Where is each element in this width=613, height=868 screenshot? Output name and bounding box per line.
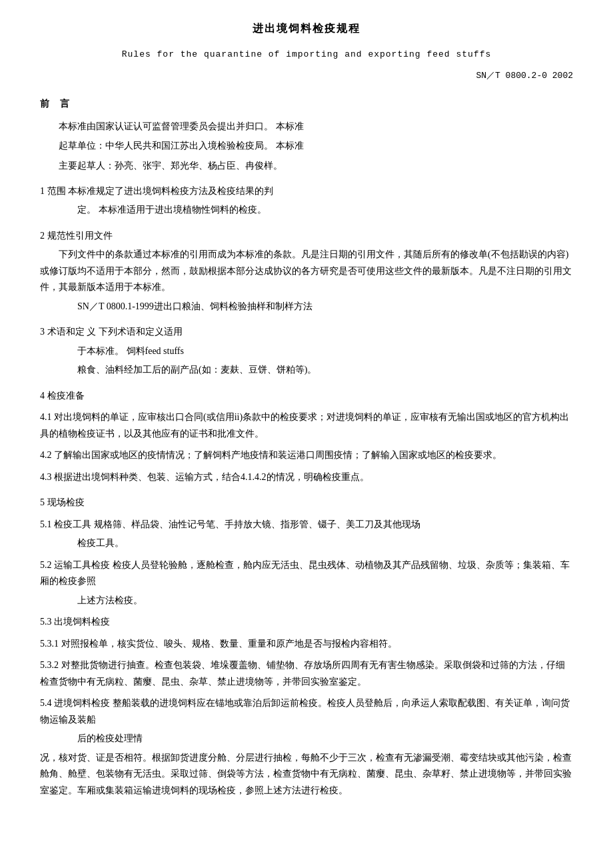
section-51: 5.1 检疫工具 规格筛、样品袋、油性记号笔、手持放大镜、指形管、镊子、美工刀及… [40,517,573,552]
section-54-content1: 后的检疫处理情 [40,731,573,747]
preface-para-1: 本标准由国家认证认可监督管理委员会提出并归口。 本标准 [40,119,573,135]
preface-label: 前 言 [40,97,573,111]
section-3-content1: 于本标准。 饲料feed stuffs [40,343,573,360]
preface-para-2: 起草单位：中华人民共和国江苏出入境检验检疫局。 本标准 [40,138,573,154]
section-3-content2: 粮食、油料经加工后的副产品(如：麦麸、豆饼、饼粕等)。 [40,362,573,379]
section-51-heading: 5.1 检疫工具 规格筛、样品袋、油性记号笔、手持放大镜、指形管、镊子、美工刀及… [40,517,573,533]
section-2-sub: SN／T 0800.1-1999进出口粮油、饲料检验抽样和制样方法 [40,299,573,315]
section-41: 4.1 对出境饲料的单证，应审核出口合同(或信用ii)条款中的检疫要求；对进境饲… [40,409,573,442]
section-53: 5.3 出境饲料检疫 [40,614,573,631]
section-1-content: 定。 本标准适用于进出境植物性饲料的检疫。 [40,202,573,219]
document-container: 进出境饲料检疫规程 Rules for the quarantine of im… [40,20,573,799]
section-52: 5.2 运输工具检疫 检疫人员登轮验舱，逐舱检查，舱内应无活虫、昆虫残体、动植物… [40,557,573,609]
section-531: 5.3.1 对照报检单，核实货位、唆头、规格、数量、重量和原产地是否与报检内容相… [40,636,573,653]
section-54-content2: 况，核对货、证是否相符。根据卸货进度分舱、分层进行抽检，每舱不少于三次，检查有无… [40,750,573,799]
section-532-heading: 5.3.2 对整批货物进行抽查。检查包装袋、堆垛覆盖物、铺垫物、存放场所四周有无… [40,657,573,690]
section-52-heading: 5.2 运输工具检疫 检疫人员登轮验舱，逐舱检查，舱内应无活虫、昆虫残体、动植物… [40,557,573,590]
section-41-heading: 4.1 对出境饲料的单证，应审核出口合同(或信用ii)条款中的检疫要求；对进境饲… [40,409,573,442]
section-51-content: 检疫工具。 [40,535,573,552]
section-5: 5 现场检疫 [40,495,573,511]
preface-section: 前 言 本标准由国家认证认可监督管理委员会提出并归口。 本标准 起草单位：中华人… [40,97,573,174]
document-title: 进出境饲料检疫规程 [40,20,573,37]
section-1-heading: 1 范围 本标准规定了进出境饲料检疫方法及检疫结果的判 [40,183,573,200]
section-43: 4.3 根据进出境饲料种类、包装、运输方式，结合4.1.4.2的情况，明确检疫重… [40,469,573,486]
section-2: 2 规范性引用文件 下列文件中的条款通过本标准的引用而成为本标准的条款。凡是注日… [40,228,573,315]
section-4: 4 检疫准备 [40,388,573,405]
section-54: 5.4 进境饲料检疫 整船装载的进境饲料应在锚地或靠泊后卸运前检疫。检疫人员登舱… [40,695,573,799]
section-53-heading: 5.3 出境饲料检疫 [40,614,573,631]
section-1: 1 范围 本标准规定了进出境饲料检疫方法及检疫结果的判 定。 本标准适用于进出境… [40,183,573,219]
document-subtitle: Rules for the quarantine of importing an… [40,48,573,62]
section-42: 4.2 了解输出国家或地区的疫情情况；了解饲料产地疫情和装运港口周围疫情；了解输… [40,447,573,464]
preface-para-3: 主要起草人：孙亮、张宇、郑光华、杨占臣、冉俊样。 [40,158,573,174]
section-2-heading: 2 规范性引用文件 [40,228,573,245]
section-3: 3 术语和定 义 下列术语和定义适用 于本标准。 饲料feed stuffs 粮… [40,324,573,379]
section-3-heading: 3 术语和定 义 下列术语和定义适用 [40,324,573,341]
section-531-heading: 5.3.1 对照报检单，核实货位、唆头、规格、数量、重量和原产地是否与报检内容相… [40,636,573,653]
section-52-content: 上述方法检疫。 [40,593,573,609]
section-5-heading: 5 现场检疫 [40,495,573,511]
section-43-heading: 4.3 根据进出境饲料种类、包装、运输方式，结合4.1.4.2的情况，明确检疫重… [40,469,573,486]
document-id: SN／T 0800.2-0 2002 [40,69,573,83]
section-532: 5.3.2 对整批货物进行抽查。检查包装袋、堆垛覆盖物、铺垫物、存放场所四周有无… [40,657,573,690]
section-42-heading: 4.2 了解输出国家或地区的疫情情况；了解饲料产地疫情和装运港口周围疫情；了解输… [40,447,573,464]
section-2-content: 下列文件中的条款通过本标准的引用而成为本标准的条款。凡是注日期的引用文件，其随后… [40,247,573,296]
section-54-heading: 5.4 进境饲料检疫 整船装载的进境饲料应在锚地或靠泊后卸运前检疫。检疫人员登舱… [40,695,573,728]
section-4-heading: 4 检疫准备 [40,388,573,405]
